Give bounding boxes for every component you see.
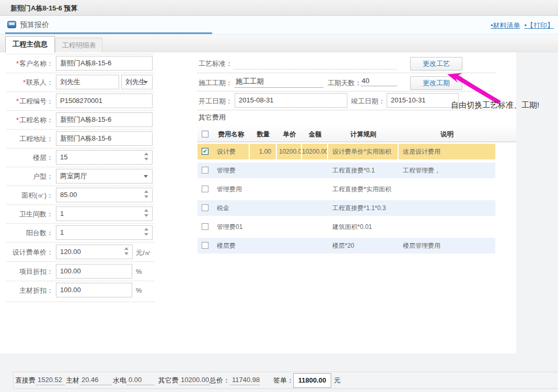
days-value[interactable]: 40 — [361, 77, 397, 86]
contact-input[interactable]: 刘先生 — [56, 75, 119, 89]
form-row-divider — [6, 302, 154, 302]
chevron-down-icon — [144, 175, 148, 178]
fee-name-cell: 税金 — [213, 200, 250, 216]
fee-row-checkbox[interactable]: ✔ — [202, 148, 208, 155]
craft-standard-field[interactable] — [234, 57, 397, 70]
project-address-input[interactable]: 新熙门A栋8-15-6 — [56, 131, 153, 146]
floor-stepper[interactable]: 15 — [56, 150, 153, 165]
main-material-label: 主材 — [66, 376, 79, 384]
form-row-divider — [6, 281, 154, 281]
fee-row[interactable]: 管理费用工程直接费*实用面积 — [197, 181, 495, 197]
project-name-label: *工程名称： — [0, 116, 53, 125]
house-type-select[interactable]: 两室两厅 — [56, 169, 153, 183]
form-row-divider — [6, 186, 154, 186]
fee-amount-cell: 10200.00 — [302, 144, 328, 159]
project-address-label: 工程地址： — [0, 134, 53, 144]
tab-strip: 工程主信息工程明细表 — [0, 34, 558, 52]
period-value[interactable]: 施工工期 — [235, 77, 323, 88]
material-list-link[interactable]: •材料清单 — [491, 21, 520, 29]
form-row-divider — [6, 204, 154, 205]
change-craft-button[interactable]: 更改工艺 — [410, 57, 462, 71]
fee-rule-cell: 工程直接费*1.1*0.3 — [328, 200, 399, 216]
design-fee-price-stepper[interactable]: 120.00 — [56, 245, 133, 259]
design-fee-price-label: 设计费单价： — [0, 248, 53, 257]
fee-row[interactable]: ✔设计费1.0010200.0010200.00设计费单价*实用面积这是设计费用 — [197, 144, 495, 159]
required-mark: * — [23, 78, 26, 86]
tab-main-info[interactable]: 工程主信息 — [5, 36, 55, 53]
fee-rule-cell: 工程直接费*0.1 — [328, 163, 399, 178]
water-electric-label: 水电 — [113, 376, 126, 384]
stepper-arrows-icon[interactable] — [144, 209, 149, 217]
fee-rule-cell: 工程直接费*实用面积 — [328, 181, 399, 197]
summary-item-other-fee: 其它费10200.00 — [158, 376, 210, 385]
form-row-divider — [6, 261, 154, 262]
project-no-label: *工程编号： — [0, 97, 53, 106]
fee-amount-cell — [302, 238, 328, 253]
fee-price-cell — [277, 200, 302, 216]
stepper-arrows-icon[interactable] — [144, 153, 149, 160]
fee-qty-cell — [250, 163, 277, 178]
bathrooms-stepper[interactable]: 1 — [56, 206, 153, 221]
area-stepper[interactable]: 85.00 — [56, 188, 153, 202]
fee-rule-cell: 建筑面积*0.01 — [328, 219, 399, 235]
fees-col-header: 数量 — [250, 126, 277, 142]
sign-label: 签单： — [273, 376, 294, 384]
fee-amount-cell — [302, 181, 328, 197]
fee-price-cell — [277, 181, 302, 197]
fee-row[interactable]: 管理费工程直接费*0.1工程管理费， — [197, 163, 495, 178]
project-discount-unit: % — [136, 268, 142, 275]
fee-row[interactable]: 楼层费楼层*20楼层管理费用 — [197, 238, 495, 253]
water-electric-value: 0.00 — [126, 376, 155, 385]
material-discount-unit: % — [136, 286, 142, 294]
sign-amount-input[interactable]: 11800.00 — [293, 373, 331, 388]
project-discount-label: 项目折扣： — [0, 267, 53, 276]
material-discount-input[interactable]: 100.00 — [56, 283, 132, 297]
fee-row-checkbox[interactable] — [202, 223, 208, 230]
form-row-divider — [6, 110, 154, 111]
contact-select[interactable]: 刘先生 — [121, 75, 153, 89]
fee-note-cell — [399, 181, 495, 197]
fee-row[interactable]: 管理费01建筑面积*0.01 — [197, 219, 495, 235]
stepper-arrows-icon[interactable] — [124, 247, 130, 255]
fee-note-cell: 这是设计费用 — [399, 144, 495, 159]
stepper-arrows-icon[interactable] — [144, 228, 149, 236]
design-fee-price-unit: 元/㎡ — [136, 248, 152, 258]
fee-name-cell: 设计费 — [213, 144, 250, 159]
main-info-form: *客户名称：新熙门A栋8-15-6*联系人：刘先生刘先生*工程编号：P15082… — [0, 52, 199, 353]
tab-detail-sheet[interactable]: 工程明细表 — [55, 38, 102, 52]
form-row-divider — [6, 91, 154, 92]
fee-name-cell: 管理费用 — [213, 181, 250, 197]
fee-note-cell: 楼层管理费用 — [399, 238, 495, 253]
project-discount-input[interactable]: 100.00 — [56, 264, 132, 279]
balconies-stepper[interactable]: 1 — [56, 225, 153, 240]
customer-name-input[interactable]: 新熙门A栋8-15-6 — [56, 56, 153, 71]
fee-row-checkbox[interactable] — [202, 167, 208, 174]
fee-row[interactable]: 税金工程直接费*1.1*0.3 — [197, 200, 495, 216]
window-title-bar: 新熙门A栋8-15-6 预算 — [0, 0, 558, 16]
section-title: 预算报价 — [20, 20, 49, 30]
project-no-input[interactable]: P1508270001 — [56, 94, 153, 108]
annotation-text: 自由切换工艺标准、工期! — [451, 100, 539, 110]
form-row-divider — [6, 54, 154, 54]
required-mark: * — [16, 116, 19, 124]
main-material-value: 20.46 — [79, 376, 112, 385]
fee-price-cell — [277, 163, 302, 178]
select-all-checkbox[interactable] — [202, 131, 208, 137]
print-link[interactable]: •【打印】 — [524, 21, 554, 29]
fee-qty-cell — [250, 200, 277, 216]
project-name-input[interactable]: 新熙门A栋8-15-6 — [56, 112, 153, 127]
fee-qty-cell — [250, 219, 277, 235]
section-header-bar: 预算报价 •材料清单•【打印】 — [0, 16, 558, 34]
fee-row-checkbox[interactable] — [202, 204, 208, 211]
stepper-arrows-icon[interactable] — [144, 190, 149, 198]
start-date-input[interactable]: 2015-08-31 — [235, 93, 347, 108]
fee-qty-cell: 1.00 — [250, 144, 277, 159]
summary-item-direct-fee: 直接费1520.52 — [15, 376, 65, 385]
bathrooms-label: 卫生间数： — [0, 210, 53, 219]
total-price-value: 11740.98 — [230, 376, 260, 385]
fee-name-cell: 管理费01 — [213, 219, 250, 235]
fee-row-checkbox[interactable] — [202, 186, 208, 192]
fee-note-cell: 工程管理费， — [399, 163, 495, 178]
total-price-label: 总价： — [210, 376, 230, 384]
fee-row-checkbox[interactable] — [202, 242, 208, 249]
